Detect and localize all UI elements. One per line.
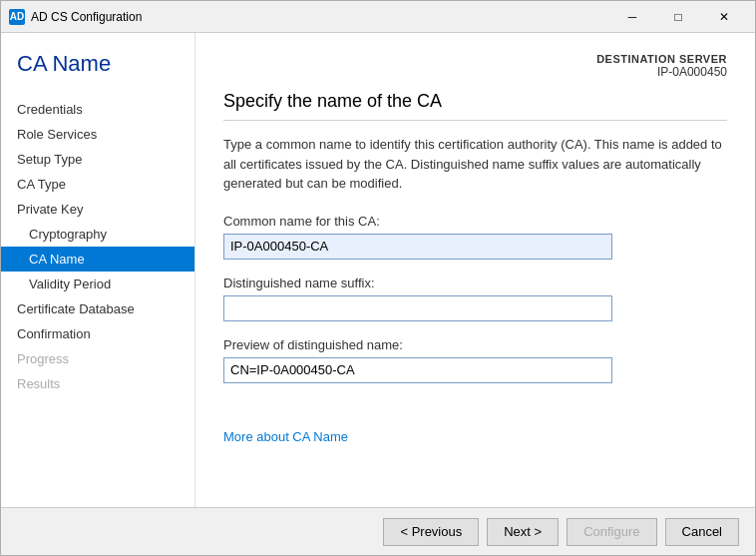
- app-icon-text: AD: [10, 11, 24, 22]
- main-panel: DESTINATION SERVER IP-0A000450 Specify t…: [195, 33, 755, 507]
- sidebar-item-progress: Progress: [1, 346, 194, 371]
- dn-suffix-input[interactable]: [223, 295, 612, 321]
- maximize-button[interactable]: □: [655, 1, 701, 33]
- nav-list: CredentialsRole ServicesSetup TypeCA Typ…: [1, 97, 194, 396]
- sidebar-item-confirmation[interactable]: Confirmation: [1, 321, 194, 346]
- destination-label: DESTINATION SERVER: [223, 53, 727, 65]
- preview-label: Preview of distinguished name:: [223, 337, 727, 352]
- common-name-group: Common name for this CA:: [223, 214, 727, 260]
- sidebar-item-private-key[interactable]: Private Key: [1, 197, 194, 222]
- destination-server: IP-0A000450: [223, 65, 727, 79]
- destination-header: DESTINATION SERVER IP-0A000450: [223, 53, 727, 79]
- preview-input[interactable]: [223, 357, 612, 383]
- preview-group: Preview of distinguished name:: [223, 337, 727, 383]
- app-icon: AD: [9, 9, 25, 25]
- dn-suffix-label: Distinguished name suffix:: [223, 276, 727, 290]
- titlebar-title: AD CS Configuration: [31, 10, 609, 24]
- window-controls: ─ □ ✕: [609, 1, 747, 33]
- sidebar-item-validity-period[interactable]: Validity Period: [1, 272, 194, 296]
- main-window: AD AD CS Configuration ─ □ ✕ CA Name Cre…: [0, 0, 756, 556]
- common-name-input[interactable]: [223, 234, 612, 260]
- section-title: Specify the name of the CA: [223, 91, 727, 121]
- sidebar: CA Name CredentialsRole ServicesSetup Ty…: [1, 33, 195, 507]
- sidebar-item-credentials[interactable]: Credentials: [1, 97, 194, 122]
- sidebar-item-results: Results: [1, 371, 194, 396]
- cancel-button[interactable]: Cancel: [665, 518, 739, 546]
- close-button[interactable]: ✕: [701, 1, 747, 33]
- titlebar: AD AD CS Configuration ─ □ ✕: [1, 1, 755, 33]
- more-about-ca-name-link[interactable]: More about CA Name: [223, 429, 727, 444]
- dn-suffix-group: Distinguished name suffix:: [223, 276, 727, 321]
- minimize-button[interactable]: ─: [609, 1, 655, 33]
- next-button[interactable]: Next >: [487, 518, 559, 546]
- sidebar-item-ca-type[interactable]: CA Type: [1, 172, 194, 197]
- footer: < Previous Next > Configure Cancel: [1, 507, 755, 555]
- common-name-label: Common name for this CA:: [223, 214, 727, 229]
- page-title: CA Name: [1, 41, 194, 97]
- sidebar-item-cryptography[interactable]: Cryptography: [1, 222, 194, 247]
- description: Type a common name to identify this cert…: [223, 135, 727, 194]
- previous-button[interactable]: < Previous: [383, 518, 479, 546]
- content-area: CA Name CredentialsRole ServicesSetup Ty…: [1, 33, 755, 507]
- sidebar-item-ca-name[interactable]: CA Name: [1, 247, 194, 272]
- sidebar-item-certificate-database[interactable]: Certificate Database: [1, 296, 194, 321]
- configure-button: Configure: [567, 518, 656, 546]
- sidebar-item-setup-type[interactable]: Setup Type: [1, 147, 194, 172]
- sidebar-item-role-services[interactable]: Role Services: [1, 122, 194, 147]
